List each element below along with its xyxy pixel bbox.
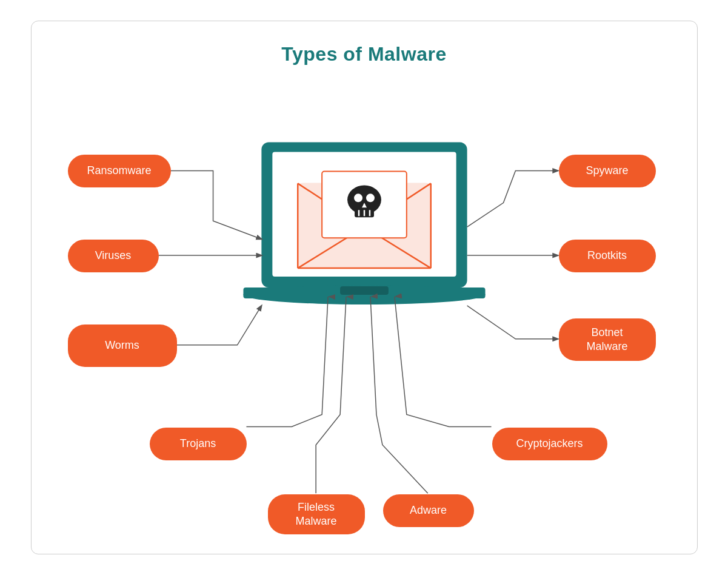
svg-rect-4 [340,286,389,295]
pill-botnet: Botnet Malware [559,318,656,361]
pill-viruses: Viruses [68,240,159,272]
svg-rect-11 [322,171,407,238]
svg-rect-1 [272,152,456,277]
page-title: Types of Malware [32,21,697,66]
pill-spyware: Spyware [559,155,656,187]
svg-line-9 [298,227,364,268]
pill-rootkits: Rootkits [559,240,656,272]
svg-point-12 [347,185,381,214]
pill-cryptojackers: Cryptojackers [492,428,607,460]
pill-worms: Worms [68,324,177,367]
svg-marker-16 [362,203,367,207]
pill-ransomware: Ransomware [68,155,171,187]
main-container: Types of Malware [31,21,698,554]
svg-point-15 [366,193,374,202]
svg-rect-5 [298,183,431,268]
pill-fileless: Fileless Malware [268,494,365,534]
svg-rect-0 [261,143,467,288]
pill-trojans: Trojans [150,428,247,460]
svg-line-10 [364,227,431,268]
svg-rect-3 [243,288,485,298]
pill-adware: Adware [383,494,474,527]
svg-rect-13 [355,209,374,217]
svg-point-14 [354,193,362,202]
svg-point-2 [243,285,485,304]
